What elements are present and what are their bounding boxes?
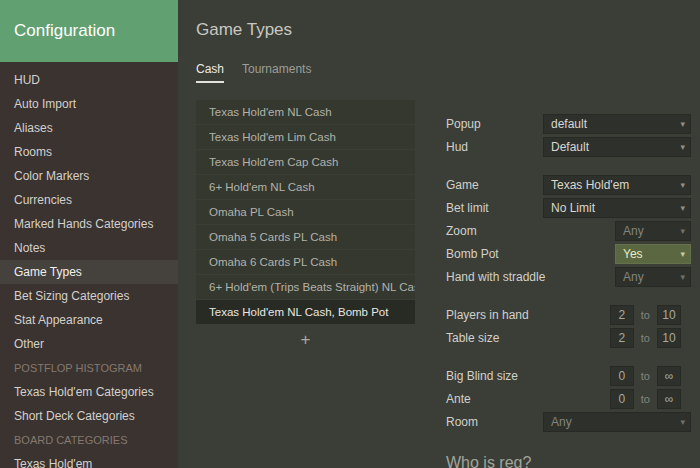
bet-limit-row: Bet limitNo Limit▾ (446, 198, 691, 218)
to-label: to (641, 309, 650, 321)
sidebar-item-texas-hold-em[interactable]: Texas Hold'em (0, 452, 178, 468)
sidebar-item-aliases[interactable]: Aliases (0, 116, 178, 140)
popup-select[interactable]: default▾ (543, 114, 691, 134)
zoom-select[interactable]: Any▾ (615, 221, 691, 241)
game-type-row[interactable]: Omaha 6 Cards PL Cash (196, 250, 415, 274)
bomb-pot-label: Bomb Pot (446, 247, 615, 261)
ante-range: 0to∞ (610, 389, 681, 409)
game-label: Game (446, 178, 543, 192)
chevron-down-icon: ▾ (680, 180, 685, 190)
zoom-selected-value: Any (623, 224, 676, 238)
chevron-down-icon: ▾ (680, 272, 685, 282)
zoom-row: ZoomAny▾ (446, 221, 691, 241)
to-label: to (641, 370, 650, 382)
add-game-type-button[interactable]: + (196, 330, 415, 350)
table-size-min-input[interactable]: 2 (610, 328, 634, 348)
bomb-pot-row: Bomb PotYes▾ (446, 244, 691, 264)
big-blind-size-label: Big Blind size (446, 369, 610, 383)
room-label: Room (446, 415, 543, 429)
hud-label: Hud (446, 140, 543, 154)
game-type-row[interactable]: Omaha 5 Cards PL Cash (196, 225, 415, 249)
sidebar-item-bet-sizing-categories[interactable]: Bet Sizing Categories (0, 284, 178, 308)
sidebar-item-color-markers[interactable]: Color Markers (0, 164, 178, 188)
sidebar: Configuration HUDAuto ImportAliasesRooms… (0, 0, 178, 468)
table-size-range: 2to10 (610, 328, 681, 348)
sidebar-item-currencies[interactable]: Currencies (0, 188, 178, 212)
tab-cash[interactable]: Cash (196, 62, 224, 83)
big-blind-size-range: 0to∞ (610, 366, 681, 386)
hand-with-straddle-row: Hand with straddleAny▾ (446, 267, 691, 287)
game-type-row[interactable]: Omaha PL Cash (196, 200, 415, 224)
game-type-row[interactable]: Texas Hold'em NL Cash, Bomb Pot (196, 300, 415, 324)
bomb-pot-selected-value: Yes (623, 247, 676, 261)
chevron-down-icon: ▾ (680, 249, 685, 259)
page-title: Game Types (196, 20, 292, 40)
bet-limit-selected-value: No Limit (551, 201, 676, 215)
popup-row: Popupdefault▾ (446, 114, 691, 134)
game-type-row[interactable]: Texas Hold'em Cap Cash (196, 150, 415, 174)
hud-selected-value: Default (551, 140, 676, 154)
game-type-row[interactable]: 6+ Hold'em NL Cash (196, 175, 415, 199)
zoom-label: Zoom (446, 224, 615, 238)
sidebar-item-stat-appearance[interactable]: Stat Appearance (0, 308, 178, 332)
sidebar-section-header: BOARD CATEGORIES (0, 428, 178, 452)
table-size-row: Table size2to10 (446, 328, 691, 348)
hud-row: HudDefault▾ (446, 137, 691, 157)
sidebar-item-notes[interactable]: Notes (0, 236, 178, 260)
sidebar-item-marked-hands-categories[interactable]: Marked Hands Categories (0, 212, 178, 236)
game-type-list: Texas Hold'em NL CashTexas Hold'em Lim C… (196, 100, 415, 325)
main-panel: Game Types Cash Tournaments Texas Hold'e… (178, 0, 700, 468)
tab-tournaments[interactable]: Tournaments (242, 62, 311, 83)
to-label: to (641, 393, 650, 405)
configuration-window: Configuration HUDAuto ImportAliasesRooms… (0, 0, 700, 468)
game-type-row[interactable]: Texas Hold'em Lim Cash (196, 125, 415, 149)
room-row: RoomAny▾ (446, 412, 691, 432)
game-type-row[interactable]: Texas Hold'em NL Cash (196, 100, 415, 124)
room-selected-value: Any (551, 415, 676, 429)
players-in-hand-range: 2to10 (610, 305, 681, 325)
table-size-max-input[interactable]: 10 (657, 328, 681, 348)
chevron-down-icon: ▾ (680, 119, 685, 129)
players-in-hand-max-input[interactable]: 10 (657, 305, 681, 325)
sidebar-item-auto-import[interactable]: Auto Import (0, 92, 178, 116)
popup-selected-value: default (551, 117, 676, 131)
ante-label: Ante (446, 392, 610, 406)
sidebar-item-hud[interactable]: HUD (0, 68, 178, 92)
chevron-down-icon: ▾ (680, 226, 685, 236)
game-type-row[interactable]: 6+ Hold'em (Trips Beats Straight) NL Cas… (196, 275, 415, 299)
sidebar-section-header: POSTFLOP HISTOGRAM (0, 356, 178, 380)
ante-row: Ante0to∞ (446, 389, 691, 409)
ante-max-input[interactable]: ∞ (657, 389, 681, 409)
sidebar-menu: HUDAuto ImportAliasesRoomsColor MarkersC… (0, 62, 178, 468)
hand-with-straddle-selected-value: Any (623, 270, 676, 284)
chevron-down-icon: ▾ (680, 417, 685, 427)
sidebar-item-short-deck-categories[interactable]: Short Deck Categories (0, 404, 178, 428)
sidebar-item-texas-hold-em-categories[interactable]: Texas Hold'em Categories (0, 380, 178, 404)
chevron-down-icon: ▾ (680, 203, 685, 213)
hand-with-straddle-select[interactable]: Any▾ (615, 267, 691, 287)
big-blind-size-max-input[interactable]: ∞ (657, 366, 681, 386)
game-select[interactable]: Texas Hold'em▾ (543, 175, 691, 195)
table-size-label: Table size (446, 331, 610, 345)
app-title: Configuration (14, 21, 115, 41)
sidebar-item-game-types[interactable]: Game Types (0, 260, 178, 284)
big-blind-size-row: Big Blind size0to∞ (446, 366, 691, 386)
sidebar-item-other[interactable]: Other (0, 332, 178, 356)
sidebar-item-rooms[interactable]: Rooms (0, 140, 178, 164)
ante-min-input[interactable]: 0 (610, 389, 634, 409)
who-is-reg-heading: Who is reg? (446, 454, 531, 468)
big-blind-size-min-input[interactable]: 0 (610, 366, 634, 386)
chevron-down-icon: ▾ (680, 142, 685, 152)
game-row: GameTexas Hold'em▾ (446, 175, 691, 195)
players-in-hand-row: Players in hand2to10 (446, 305, 691, 325)
bet-limit-select[interactable]: No Limit▾ (543, 198, 691, 218)
bet-limit-label: Bet limit (446, 201, 543, 215)
filter-form: Popupdefault▾HudDefault▾GameTexas Hold'e… (446, 114, 691, 435)
bomb-pot-select[interactable]: Yes▾ (615, 244, 691, 264)
room-select[interactable]: Any▾ (543, 412, 691, 432)
hud-select[interactable]: Default▾ (543, 137, 691, 157)
hand-with-straddle-label: Hand with straddle (446, 270, 615, 284)
game-selected-value: Texas Hold'em (551, 178, 676, 192)
players-in-hand-min-input[interactable]: 2 (610, 305, 634, 325)
tab-bar: Cash Tournaments (196, 62, 311, 83)
